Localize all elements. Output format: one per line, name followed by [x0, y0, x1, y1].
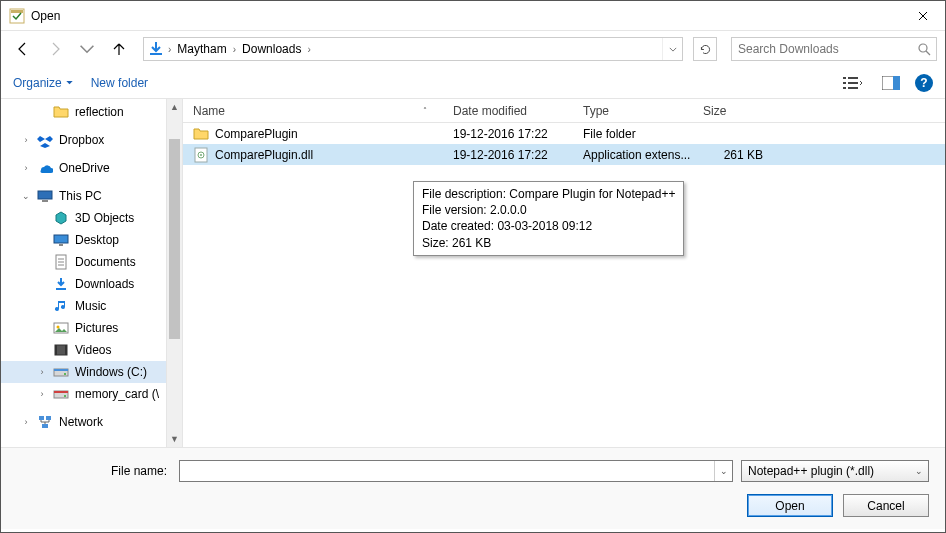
downloads-icon	[53, 276, 69, 292]
svg-point-25	[64, 373, 66, 375]
svg-rect-27	[54, 391, 68, 393]
scroll-thumb[interactable]	[169, 139, 180, 339]
tree-item-music[interactable]: Music	[1, 295, 182, 317]
column-type[interactable]: Type	[573, 99, 693, 122]
tree-item-documents[interactable]: Documents	[1, 251, 182, 273]
tree-item-pictures[interactable]: Pictures	[1, 317, 182, 339]
drive-icon	[53, 364, 69, 380]
tree-item-dropbox[interactable]: ›Dropbox	[1, 129, 182, 151]
toolbar: Organize New folder ?	[1, 67, 945, 99]
scroll-down-icon[interactable]: ▼	[167, 431, 182, 447]
open-button[interactable]: Open	[747, 494, 833, 517]
onedrive-icon	[37, 160, 53, 176]
title-bar: Open	[1, 1, 945, 31]
chevron-right-icon[interactable]: ›	[231, 44, 238, 55]
tree-item-onedrive[interactable]: ›OneDrive	[1, 157, 182, 179]
tree-item-windows-c-[interactable]: ›Windows (C:)	[1, 361, 182, 383]
tree-item-label: Videos	[75, 343, 111, 357]
help-button[interactable]: ?	[915, 74, 933, 92]
main-area: reflection›Dropbox›OneDrive⌄This PC3D Ob…	[1, 99, 945, 447]
breadcrumb-seg-1[interactable]: Downloads	[238, 38, 305, 60]
preview-pane-button[interactable]	[877, 71, 905, 95]
breadcrumb[interactable]: › Maytham › Downloads ›	[143, 37, 683, 61]
tree-item-label: 3D Objects	[75, 211, 134, 225]
svg-rect-1	[11, 10, 23, 13]
column-name[interactable]: Name ˄	[183, 99, 443, 122]
tree-item-label: reflection	[75, 105, 124, 119]
chevron-right-icon[interactable]: ›	[37, 367, 47, 377]
organize-label: Organize	[13, 76, 62, 90]
search-box[interactable]	[731, 37, 937, 61]
tree-item-label: Dropbox	[59, 133, 104, 147]
dll-icon	[193, 147, 209, 163]
documents-icon	[53, 254, 69, 270]
svg-rect-9	[848, 87, 858, 89]
tree-item-memory-card-[interactable]: ›memory_card (\	[1, 383, 182, 405]
breadcrumb-dropdown[interactable]	[662, 38, 682, 60]
file-row[interactable]: ComparePlugin.dll19-12-2016 17:22Applica…	[183, 144, 945, 165]
column-date[interactable]: Date modified	[443, 99, 573, 122]
search-input[interactable]	[736, 41, 916, 57]
sort-asc-icon: ˄	[423, 106, 427, 115]
up-button[interactable]	[105, 35, 133, 63]
tree-item-label: Desktop	[75, 233, 119, 247]
organize-menu[interactable]: Organize	[13, 76, 73, 90]
tooltip-line: File description: Compare Plugin for Not…	[422, 186, 675, 202]
new-folder-button[interactable]: New folder	[91, 76, 148, 90]
file-list[interactable]: Name ˄ Date modified Type Size ComparePl…	[183, 99, 945, 447]
file-tooltip: File description: Compare Plugin for Not…	[413, 181, 684, 256]
tooltip-line: Date created: 03-03-2018 09:12	[422, 218, 675, 234]
tree-item-this-pc[interactable]: ⌄This PC	[1, 185, 182, 207]
netdrive-icon	[53, 386, 69, 402]
tree-item-label: Network	[59, 415, 103, 429]
chevron-right-icon[interactable]: ›	[21, 163, 31, 173]
column-headers[interactable]: Name ˄ Date modified Type Size	[183, 99, 945, 123]
back-button[interactable]	[9, 35, 37, 63]
recent-dropdown[interactable]	[73, 35, 101, 63]
cancel-button[interactable]: Cancel	[843, 494, 929, 517]
tree-item-downloads[interactable]: Downloads	[1, 273, 182, 295]
filename-label: File name:	[1, 464, 171, 478]
file-size: 261 KB	[693, 148, 773, 162]
tree-item-3d-objects[interactable]: 3D Objects	[1, 207, 182, 229]
file-row[interactable]: ComparePlugin19-12-2016 17:22File folder	[183, 123, 945, 144]
close-button[interactable]	[900, 1, 945, 30]
refresh-button[interactable]	[693, 37, 717, 61]
tree-item-label: Pictures	[75, 321, 118, 335]
column-size[interactable]: Size	[693, 99, 773, 122]
svg-point-3	[919, 44, 927, 52]
videos-icon	[53, 342, 69, 358]
file-name: ComparePlugin.dll	[215, 148, 313, 162]
tree-item-network[interactable]: ›Network	[1, 411, 182, 433]
svg-rect-21	[55, 345, 57, 355]
svg-rect-6	[843, 82, 846, 84]
chevron-right-icon[interactable]: ›	[21, 135, 31, 145]
file-type: File folder	[573, 127, 693, 141]
tree-scrollbar[interactable]: ▲ ▼	[166, 99, 182, 447]
downloads-glyph-icon	[148, 41, 164, 57]
forward-button[interactable]	[41, 35, 69, 63]
chevron-right-icon[interactable]: ›	[166, 44, 173, 55]
pictures-icon	[53, 320, 69, 336]
nav-tree[interactable]: reflection›Dropbox›OneDrive⌄This PC3D Ob…	[1, 99, 183, 447]
svg-rect-15	[59, 244, 63, 246]
chevron-down-icon[interactable]: ⌄	[910, 466, 928, 476]
filename-input[interactable]	[180, 464, 714, 478]
search-icon[interactable]	[916, 41, 932, 57]
filename-combo[interactable]: ⌄	[179, 460, 733, 482]
chevron-right-icon[interactable]: ›	[37, 389, 47, 399]
chevron-down-icon[interactable]: ⌄	[21, 191, 31, 201]
view-mode-button[interactable]	[839, 71, 867, 95]
svg-rect-29	[39, 416, 44, 420]
file-type: Application extens...	[573, 148, 693, 162]
chevron-right-icon[interactable]: ›	[21, 417, 31, 427]
filename-dropdown-icon[interactable]: ⌄	[714, 461, 732, 481]
chevron-right-icon[interactable]: ›	[305, 44, 312, 55]
tree-item-reflection[interactable]: reflection	[1, 101, 182, 123]
tree-item-videos[interactable]: Videos	[1, 339, 182, 361]
tree-item-desktop[interactable]: Desktop	[1, 229, 182, 251]
breadcrumb-seg-0[interactable]: Maytham	[173, 38, 230, 60]
tooltip-line: Size: 261 KB	[422, 235, 675, 251]
filetype-filter[interactable]: Notepad++ plugin (*.dll) ⌄	[741, 460, 929, 482]
scroll-up-icon[interactable]: ▲	[167, 99, 182, 115]
